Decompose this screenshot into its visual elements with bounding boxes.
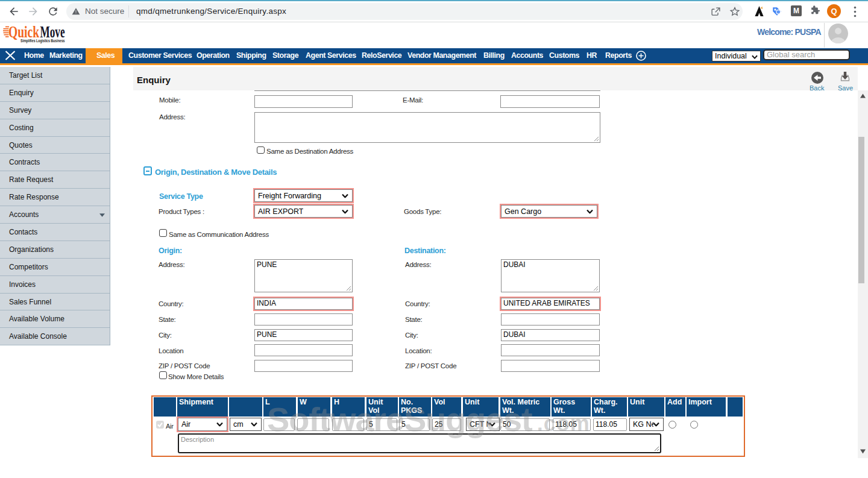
svg-text:Simplifies Logistics Business: Simplifies Logistics Business: [20, 38, 65, 43]
